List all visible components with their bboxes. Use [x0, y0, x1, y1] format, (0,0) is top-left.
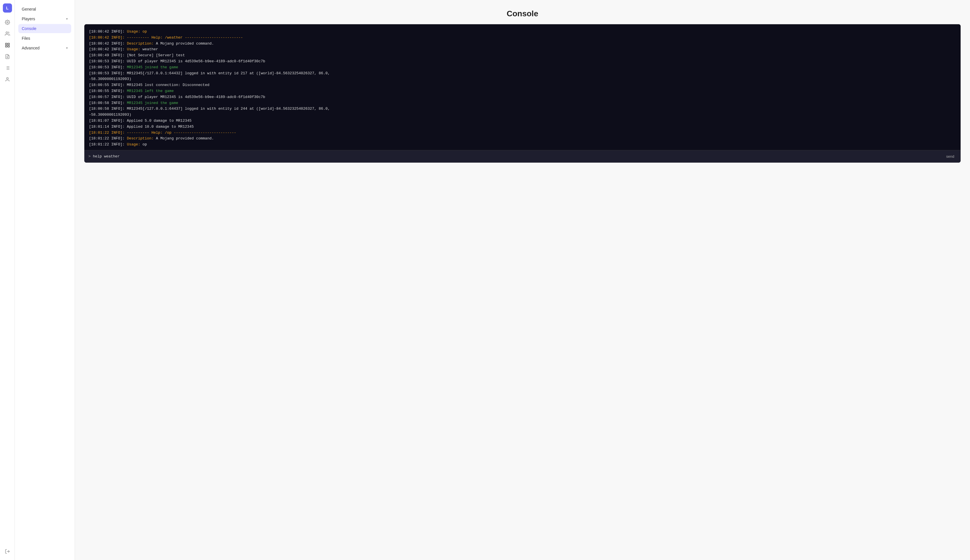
console-input[interactable]	[93, 154, 944, 158]
log-line: [18:00:53 INFO]: UUID of player MR12345 …	[89, 58, 956, 65]
console-container: [18:00:42 INFO]: Usage: op [18:00:42 INF…	[84, 24, 961, 163]
log-line: [18:01:14 INFO]: Applied 10.0 damage to …	[89, 124, 956, 130]
svg-point-14	[7, 77, 8, 79]
log-line: [18:00:58 INFO]: MR12345 joined the game	[89, 100, 956, 106]
console-input-bar: > send	[84, 150, 960, 163]
log-line: [18:01:22 INFO]: Usage: op	[89, 142, 956, 148]
console-output[interactable]: [18:00:42 INFO]: Usage: op [18:00:42 INF…	[84, 24, 960, 150]
user-profile-icon[interactable]	[2, 74, 13, 85]
main-content: Console [18:00:42 INFO]: Usage: op [18:0…	[75, 0, 970, 560]
nav-advanced[interactable]: Advanced ▾	[18, 43, 71, 53]
log-line: [18:00:53 INFO]: MR12345[/127.0.0.1:6443…	[89, 70, 956, 83]
log-icon[interactable]	[2, 63, 13, 73]
icon-sidebar: L	[0, 0, 15, 560]
log-line: [18:01:22 INFO]: ---------- Help: /op --…	[89, 130, 956, 136]
log-line: [18:00:49 INFO]: [Not Secure] [Server] t…	[89, 53, 956, 58]
users-icon[interactable]	[2, 28, 13, 39]
svg-rect-4	[5, 46, 7, 47]
log-line: [18:00:55 INFO]: MR12345 lost connection…	[89, 82, 956, 88]
svg-point-1	[6, 32, 7, 33]
chevron-down-icon-advanced: ▾	[66, 46, 68, 50]
grid-icon[interactable]	[2, 40, 13, 50]
log-line: [18:01:07 INFO]: Applied 5.0 damage to M…	[89, 118, 956, 124]
console-prompt: >	[89, 154, 91, 158]
log-line: [18:00:42 INFO]: ---------- Help: /weath…	[89, 35, 956, 41]
svg-rect-5	[8, 46, 9, 47]
nav-sidebar: General Players ▾ Console Files Advanced…	[15, 0, 75, 560]
nav-files[interactable]: Files	[18, 34, 71, 43]
avatar: L	[3, 3, 12, 13]
log-line: [18:00:58 INFO]: MR12345[/127.0.0.1:6443…	[89, 106, 956, 118]
page-title: Console	[75, 0, 970, 24]
log-line: [18:00:42 INFO]: Usage: op	[89, 29, 956, 35]
file-text-icon[interactable]	[2, 52, 13, 62]
log-line: [18:00:57 INFO]: UUID of player MR12345 …	[89, 94, 956, 100]
svg-rect-3	[8, 43, 9, 45]
settings-icon[interactable]	[2, 17, 13, 27]
log-line: [18:00:55 INFO]: MR12345 left the game	[89, 88, 956, 94]
log-line: [18:00:42 INFO]: Description: A Mojang p…	[89, 41, 956, 47]
send-button[interactable]: send	[944, 153, 957, 160]
logout-icon[interactable]	[2, 546, 13, 557]
svg-rect-2	[5, 43, 7, 45]
nav-console[interactable]: Console	[18, 24, 71, 33]
nav-general[interactable]: General	[18, 5, 71, 14]
chevron-down-icon: ▾	[66, 17, 68, 21]
svg-point-0	[7, 22, 8, 23]
nav-players[interactable]: Players ▾	[18, 14, 71, 23]
log-line: [18:00:42 INFO]: Usage: weather	[89, 47, 956, 53]
log-line: [18:00:53 INFO]: MR12345 joined the game	[89, 65, 956, 70]
log-line: [18:01:22 INFO]: Description: A Mojang p…	[89, 136, 956, 142]
